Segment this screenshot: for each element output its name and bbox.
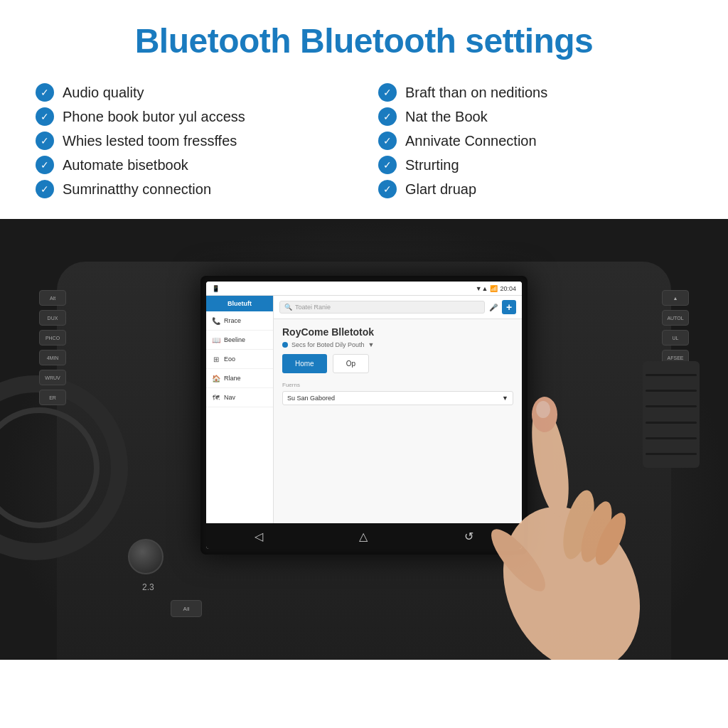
check-icon-8: ✓ xyxy=(378,132,397,150)
time-display: 20:04 xyxy=(500,285,516,292)
btn-wruv[interactable]: WRUV xyxy=(39,370,66,385)
check-icon-2: ✓ xyxy=(36,107,54,126)
check-icon-1: ✓ xyxy=(36,83,54,102)
btn-bottom-1[interactable]: All xyxy=(171,600,202,617)
svg-point-7 xyxy=(536,401,550,418)
feature-label-4: Automate bisetbook xyxy=(63,157,188,173)
bottom-buttons-row: All xyxy=(171,600,202,617)
check-icon-7: ✓ xyxy=(378,107,397,126)
search-icon: 🔍 xyxy=(284,304,292,311)
features-grid: ✓ Audio quality ✓ Phone book butor yul a… xyxy=(36,80,692,201)
sidebar-label-3: Eoo xyxy=(224,355,235,363)
bottom-section: Alt DUX PHCO 4MIN WRUV ER 📱 ▼▲ 📶 20:04 xyxy=(0,219,728,660)
check-icon-4: ✓ xyxy=(36,156,54,174)
sidebar-item-beeline[interactable]: 📖 Beeline xyxy=(206,331,273,350)
feature-item-9: ✓ Strurting xyxy=(378,153,692,177)
feature-label-2: Phone book butor yul access xyxy=(63,109,245,125)
phone-icon: 📞 xyxy=(212,316,220,325)
feature-item-4: ✓ Automate bisetbook xyxy=(36,153,350,177)
notification-icon: 📱 xyxy=(212,285,220,292)
home-button[interactable]: Home xyxy=(282,354,327,373)
feature-item-8: ✓ Annivate Connection xyxy=(378,129,692,153)
sidebar-label-5: Nav xyxy=(224,394,235,401)
nav-icon: 🗺 xyxy=(212,393,220,402)
feature-label-5: Sumrinatthy connection xyxy=(63,181,211,198)
op-button[interactable]: Op xyxy=(333,354,369,373)
feature-label-10: Glart druap xyxy=(405,181,476,198)
btn-phco[interactable]: PHCO xyxy=(39,330,66,346)
search-placeholder: Toatei Ranie xyxy=(295,304,331,311)
feature-label-8: Annivate Connection xyxy=(405,133,537,149)
btn-alt[interactable]: Alt xyxy=(39,290,66,306)
top-section: Bluetooth Bluetooth settings ✓ Audio qua… xyxy=(0,0,728,219)
status-dot xyxy=(282,342,288,348)
signal-icon: 📶 xyxy=(490,285,498,292)
status-icons-right: ▼▲ 📶 20:04 xyxy=(476,285,516,292)
wifi-icon: ▼▲ xyxy=(476,285,488,292)
sidebar-label-1: Rrace xyxy=(224,317,241,324)
sidebar-item-rlane[interactable]: 🏠 Rlane xyxy=(206,369,273,388)
back-icon[interactable]: ◁ xyxy=(255,530,263,543)
grid-icon: ⊞ xyxy=(212,355,220,363)
dropdown-value: Su San Gabored xyxy=(287,395,335,402)
feature-item-1: ✓ Audio quality xyxy=(36,80,350,105)
feature-item-6: ✓ Braft than on neditions xyxy=(378,80,692,105)
status-icons-left: 📱 xyxy=(212,285,220,292)
book-icon: 📖 xyxy=(212,336,220,344)
check-icon-10: ✓ xyxy=(378,180,397,198)
check-icon-9: ✓ xyxy=(378,156,397,174)
sidebar-header: Bluetuft xyxy=(206,296,273,311)
feature-label-9: Strurting xyxy=(405,157,459,173)
sidebar: Bluetuft 📞 Rrace 📖 Beeline ⊞ Eoo 🏠 xyxy=(206,296,274,523)
check-icon-5: ✓ xyxy=(36,180,54,198)
sidebar-item-rrace[interactable]: 📞 Rrace xyxy=(206,311,273,331)
version-text: 2.3 xyxy=(142,582,154,592)
home-nav-icon[interactable]: △ xyxy=(359,530,368,543)
left-controls: Alt DUX PHCO 4MIN WRUV ER xyxy=(39,290,66,405)
features-right: ✓ Braft than on neditions ✓ Nat the Book… xyxy=(378,80,692,201)
feature-label-6: Braft than on neditions xyxy=(405,85,547,101)
btn-4min[interactable]: 4MIN xyxy=(39,350,66,365)
sidebar-item-eoo[interactable]: ⊞ Eoo xyxy=(206,350,273,369)
volume-knob[interactable] xyxy=(128,539,164,574)
check-icon-6: ✓ xyxy=(378,83,397,102)
sidebar-label-4: Rlane xyxy=(224,375,241,382)
hand-svg xyxy=(429,304,671,660)
dropdown-arrow: ▼ xyxy=(368,341,375,348)
feature-item-7: ✓ Nat the Book xyxy=(378,105,692,129)
btn-eject[interactable]: ▲ xyxy=(662,290,689,306)
check-icon-3: ✓ xyxy=(36,132,54,150)
feature-item-2: ✓ Phone book butor yul access xyxy=(36,105,350,129)
page-title: Bluetooth Bluetooth settings xyxy=(36,21,692,60)
btn-er[interactable]: ER xyxy=(39,390,66,405)
home-icon: 🏠 xyxy=(212,374,220,382)
feature-item-5: ✓ Sumrinatthy connection xyxy=(36,177,350,201)
feature-item-10: ✓ Glart druap xyxy=(378,177,692,201)
subtitle-text: Secs for Boted Dily Pouth xyxy=(291,341,365,348)
sidebar-item-nav[interactable]: 🗺 Nav xyxy=(206,388,273,407)
feature-item-3: ✓ Whies lested toom fressffes xyxy=(36,129,350,153)
sidebar-label-2: Beeline xyxy=(224,336,245,343)
status-bar: 📱 ▼▲ 📶 20:04 xyxy=(206,282,522,296)
feature-label-7: Nat the Book xyxy=(405,109,488,125)
btn-dux[interactable]: DUX xyxy=(39,310,66,326)
feature-label-1: Audio quality xyxy=(63,85,144,101)
feature-label-3: Whies lested toom fressffes xyxy=(63,133,237,149)
features-left: ✓ Audio quality ✓ Phone book butor yul a… xyxy=(36,80,350,201)
